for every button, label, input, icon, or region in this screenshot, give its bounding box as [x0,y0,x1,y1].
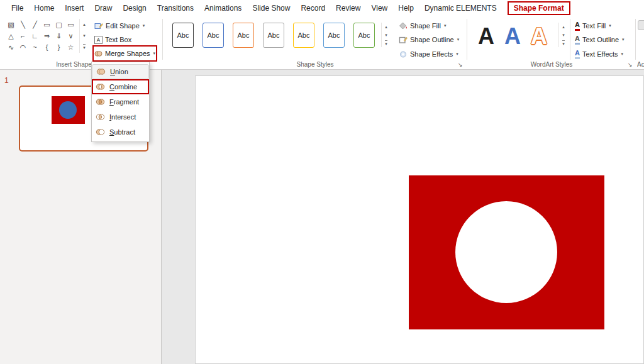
scroll-up-icon[interactable]: ▴ [559,23,568,31]
shape-gallery-icon[interactable]: ╱ [29,19,41,30]
shape-gallery-icon[interactable]: ⇓ [53,30,65,41]
shape-gallery-icon[interactable]: ☆ [65,41,77,53]
shape-style-preset[interactable]: Abc [353,23,375,48]
menu-item-label: Union [110,68,128,75]
wordart-sample-orange-outline[interactable]: A [528,21,550,52]
group-label-shape-styles: Shape Styles [165,61,465,68]
text-effects-button[interactable]: A Text Effects ▾ [575,48,623,60]
intersect-icon [96,113,105,121]
tab-view[interactable]: View [371,4,387,13]
merge-shapes-icon [94,50,103,57]
shape-style-preset[interactable]: Abc [203,23,224,48]
menu-item-fragment[interactable]: Fragment [92,94,149,109]
menu-item-intersect[interactable]: Intersect [92,109,149,124]
shape-gallery-icon[interactable]: ▭ [41,19,53,30]
thumbnail-blue-circle [59,101,77,119]
shape-gallery-icon[interactable]: ◠ [17,41,29,53]
text-effects-icon: A [575,50,580,59]
text-fill-button[interactable]: A Text Fill ▾ [575,20,611,31]
scroll-down-icon[interactable]: ▾ [80,30,89,41]
menu-item-label: Fragment [109,98,139,106]
scroll-up-icon[interactable]: ▴ [80,19,89,30]
shape-gallery-icon[interactable]: ∿ [5,41,17,53]
text-box-icon: A [94,36,103,44]
menu-item-combine[interactable]: Combine [92,79,149,94]
shape-gallery-icon[interactable]: ▢ [53,19,65,30]
shape-outline-button[interactable]: Shape Outline ▾ [399,34,459,45]
shape-fill-button[interactable]: Shape Fill ▾ [399,20,446,31]
merge-shapes-label: Merge Shapes [105,50,150,57]
shape-gallery-icon[interactable]: } [53,41,65,53]
tab-transitions[interactable]: Transitions [157,4,194,13]
shape-gallery-icon[interactable]: ▭ [65,19,77,30]
wordart-gallery-scrollbar: ▴ ▾ ▾ [558,23,568,47]
scroll-up-icon[interactable]: ▴ [382,23,391,31]
chevron-down-icon: ▾ [622,37,625,42]
shape-style-preset[interactable]: Abc [293,23,314,48]
tab-help[interactable]: Help [398,4,414,13]
shape-gallery-icon[interactable]: ╲ [17,19,29,30]
scroll-down-icon[interactable]: ▾ [559,31,568,39]
tab-shape-format[interactable]: Shape Format [508,1,570,15]
tab-slide-show[interactable]: Slide Show [252,4,290,13]
shape-outline-label: Shape Outline [410,36,454,43]
tab-home[interactable]: Home [34,4,54,13]
slide-shape-white-circle [455,201,557,303]
shape-gallery-icon[interactable]: ▧ [5,19,17,30]
edit-shape-button[interactable]: Edit Shape ▾ [94,20,145,31]
tab-insert[interactable]: Insert [65,4,84,13]
tab-dynamic-elements[interactable]: Dynamic ELEMENTS [425,4,497,13]
scroll-down-icon[interactable]: ▾ [382,31,391,39]
menu-item-union[interactable]: Union [92,64,149,79]
shape-style-preset[interactable]: Abc [323,23,345,48]
group-separator [635,19,636,60]
text-box-label: Text Box [105,36,131,43]
shape-effects-button[interactable]: Shape Effects ▾ [399,48,458,60]
shape-styles-dialog-launcher-icon[interactable]: ↘ [458,62,463,68]
chevron-down-icon: ▾ [444,23,447,28]
group-separator [570,19,570,60]
merge-shapes-button[interactable]: Merge Shapes ▾ [94,47,155,60]
partial-group-icon [638,20,644,30]
wordart-sample-black[interactable]: A [475,21,497,52]
ribbon-tab-bar: File Home Insert Draw Design Transitions… [0,0,644,16]
tab-file[interactable]: File [11,4,23,13]
tab-design[interactable]: Design [123,4,146,13]
tab-record[interactable]: Record [301,4,325,13]
menu-item-subtract[interactable]: Subtract [92,124,149,140]
shape-gallery-icon[interactable]: { [41,41,53,53]
shape-style-preset[interactable]: Abc [233,23,254,48]
slide-number: 1 [4,76,9,85]
text-box-button[interactable]: A Text Box [94,34,131,45]
chevron-down-icon: ▾ [153,51,156,56]
shape-gallery-icon[interactable]: ∨ [65,30,77,41]
shape-style-preset[interactable]: Abc [263,23,284,48]
group-separator [162,19,163,60]
edit-shape-label: Edit Shape [106,22,140,30]
edit-shape-icon [94,22,103,30]
tab-draw[interactable]: Draw [94,4,112,13]
text-outline-button[interactable]: A Text Outline ▾ [575,34,625,45]
wordart-dialog-launcher-icon[interactable]: ↘ [628,62,633,68]
shape-fill-icon [399,22,408,30]
shape-gallery-icon[interactable]: △ [5,30,17,41]
tab-review[interactable]: Review [336,4,360,13]
shape-gallery: ▧ ╲ ╱ ▭ ▢ ▭ △ ⌐ ∟ ⇒ ⇓ ∨ ∿ ◠ ~ { } ☆ [5,19,77,53]
chevron-down-icon: ▾ [609,23,611,28]
text-outline-label: Text Outline [582,36,619,43]
wordart-gallery: A A A [475,21,550,52]
chevron-down-icon: ▾ [143,23,145,28]
gallery-more-icon[interactable]: ▾ [559,39,568,47]
text-effects-label: Text Effects [582,50,618,58]
gallery-more-icon[interactable]: ▾ [80,41,89,53]
shape-gallery-icon[interactable]: ~ [29,41,41,53]
shape-style-preset[interactable]: Abc [172,23,194,48]
union-icon [96,68,106,75]
tab-animations[interactable]: Animations [204,4,242,13]
shape-gallery-icon[interactable]: ⌐ [17,30,29,41]
shape-styles-gallery-scrollbar: ▴ ▾ ▾ [381,23,391,47]
gallery-more-icon[interactable]: ▾ [382,39,391,47]
shape-gallery-icon[interactable]: ⇒ [41,30,53,41]
shape-gallery-icon[interactable]: ∟ [29,30,41,41]
wordart-sample-blue[interactable]: A [502,21,523,52]
